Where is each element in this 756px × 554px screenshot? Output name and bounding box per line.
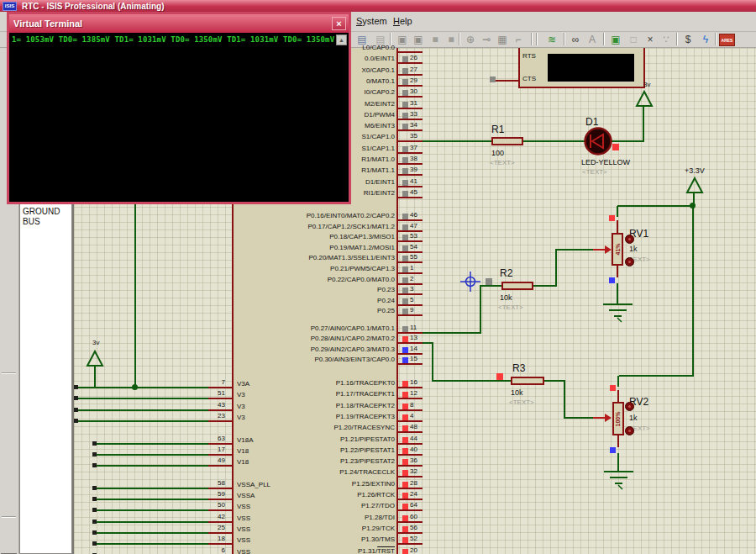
pin-state-square [402, 459, 408, 465]
block-delete-icon[interactable]: ■ [444, 33, 459, 46]
ground-symbol[interactable] [602, 470, 636, 490]
resistor-r1-body[interactable] [491, 137, 523, 145]
pin-state-square [612, 144, 619, 150]
selector-item-bus[interactable]: BUS [20, 217, 71, 227]
search-binoculars-icon[interactable]: ∞ [568, 33, 583, 46]
resistor-r2-body[interactable] [501, 282, 533, 290]
pin-number: 25 [198, 524, 225, 531]
wire [94, 543, 208, 545]
component-value: 10k [511, 388, 523, 397]
pin-stub [398, 420, 423, 422]
wire [432, 380, 511, 382]
pin-number: 12 [410, 389, 417, 397]
pin-number: 17 [198, 446, 225, 453]
new-sheet-icon[interactable]: □ [626, 33, 641, 46]
wire-autorouter-icon[interactable]: ≋ [544, 33, 559, 46]
pin-label: VSSA_PLL [237, 481, 270, 488]
power-terminal-icon[interactable] [86, 351, 104, 367]
property-assignment-icon[interactable]: A [585, 33, 600, 46]
block-move-icon[interactable]: ■ [428, 33, 443, 46]
ares-netlist-icon[interactable]: ARES [719, 34, 735, 46]
pin-label: P0.22/CAP0.0/MAT0.0 [227, 276, 395, 283]
zoom-area-icon[interactable]: ⊕ [463, 33, 478, 46]
popup-title-bar[interactable]: Virtual Terminal [9, 14, 349, 33]
pin-label: P1.18/TRACEPKT2 [227, 402, 395, 409]
title-bar[interactable]: ISIS RTC - ISIS Professional (Animating) [0, 0, 756, 12]
scroll-up-icon[interactable]: ▲ [336, 34, 347, 45]
menu-system[interactable]: System [356, 16, 387, 26]
pin-state-square [402, 288, 408, 293]
pin-number: 44 [410, 435, 417, 442]
pin-stub [208, 454, 232, 456]
pin-number: 11 [410, 324, 417, 331]
virtual-terminal-window[interactable]: Virtual Terminal × 1= 1053mV TD0= 1385mV… [7, 12, 351, 204]
wire-endpoint [74, 396, 78, 400]
pin-number: 1 [410, 264, 413, 272]
pin-state-square [402, 448, 408, 454]
pin-stub [398, 108, 423, 109]
pin-label: P0.28/AIN1/CAP0.2/MAT0.2 [227, 335, 395, 342]
pot-rv2-body[interactable]: 100% [612, 402, 624, 435]
pin-number: 45 [410, 188, 417, 196]
pin-stub [208, 543, 232, 545]
wire [555, 249, 557, 287]
pin-label: P0.27/AIN0/CAP0.1/MAT0.1 [227, 324, 395, 332]
pot-increase-button[interactable] [625, 402, 634, 411]
wire-junction-dot [132, 384, 138, 390]
bill-of-materials-icon[interactable]: $ [680, 33, 696, 46]
block-cut-icon[interactable]: ▣ [395, 33, 410, 46]
ground-symbol[interactable] [601, 303, 635, 323]
pin-state-square [402, 437, 408, 443]
selector-item-ground[interactable]: GROUND [20, 207, 71, 217]
pin-label: P1.27/TDO [227, 502, 395, 509]
menu-system-label: ystem [362, 16, 386, 26]
menu-help-label: elp [400, 16, 412, 26]
pin-plus-icon[interactable]: ⊸ [479, 33, 494, 46]
pin-stub [398, 119, 423, 120]
pot-decrease-button[interactable] [625, 257, 634, 266]
menu-help[interactable]: Help [393, 16, 412, 26]
pin-state-square [402, 298, 408, 304]
resistor-r3-body[interactable] [511, 377, 544, 385]
pot-decrease-button[interactable] [625, 426, 634, 435]
pin-state-square [402, 277, 408, 283]
wire-endpoint [92, 541, 97, 546]
pin-number: 52 [410, 535, 417, 542]
block-copy-icon[interactable]: ▣ [411, 33, 426, 46]
wire [643, 106, 644, 142]
pin-label: V18 [237, 447, 249, 455]
power-terminal-icon[interactable] [635, 91, 654, 108]
wire [94, 465, 208, 467]
pin-number: 56 [410, 524, 417, 531]
power-net-label: 3v [92, 339, 99, 346]
pin-stub [398, 74, 423, 76]
pin-number: 35 [410, 132, 417, 140]
pin-stub [398, 62, 423, 64]
pot-rv1-body[interactable]: 41% [612, 233, 623, 266]
remove-sheet-icon[interactable]: × [643, 33, 658, 46]
pin-label: V3 [237, 403, 245, 410]
pin-stub [398, 186, 423, 187]
pin-label: P0.21/PWM5/CAP1.3 [227, 265, 395, 272]
electrical-check-icon[interactable]: ϟ [698, 33, 713, 46]
pin-stub [398, 174, 423, 176]
goto-sheet-icon[interactable]: ∵ [659, 33, 674, 46]
pot-increase-button[interactable] [625, 235, 634, 244]
power-terminal-icon[interactable] [685, 177, 704, 194]
wire-endpoint [92, 530, 97, 535]
pin-number: 43 [198, 401, 225, 409]
pin-label: V3A [237, 380, 249, 388]
pin-label: P1.17/TRACEPKT1 [227, 390, 395, 398]
pin-stub [398, 363, 423, 365]
pot-terminal [617, 435, 619, 447]
pin-stub [398, 409, 423, 411]
close-icon[interactable]: × [332, 17, 346, 30]
packaging-icon[interactable]: ▦ [495, 33, 510, 46]
vterm-pin-cts: CTS [522, 75, 536, 82]
pin-stub [398, 499, 423, 500]
pin-state-square [402, 180, 408, 186]
led-d1-symbol[interactable] [583, 126, 615, 158]
pin-state-square [402, 266, 408, 272]
hammer-tool-icon[interactable]: ⌐ [511, 33, 526, 46]
design-explorer-icon[interactable]: ▣ [608, 33, 623, 46]
